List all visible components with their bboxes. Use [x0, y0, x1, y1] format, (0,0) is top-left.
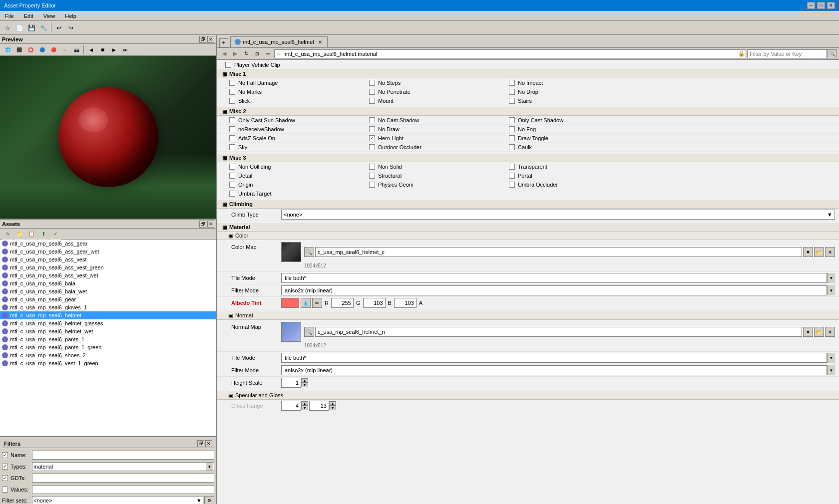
no-penetrate-cb[interactable]	[369, 89, 375, 95]
preview-stop[interactable]: ⏹	[97, 44, 108, 55]
filter-name-input[interactable]	[32, 451, 214, 460]
no-receive-shadow-cb[interactable]	[229, 126, 235, 132]
no-drop-cb[interactable]	[509, 89, 515, 95]
preview-end[interactable]: ⏭	[120, 44, 131, 55]
no-impact-cb[interactable]	[509, 80, 515, 86]
albedo-r-input[interactable]	[331, 298, 354, 308]
list-item[interactable]: mtl_c_usa_mp_seal6_gloves_1	[0, 303, 216, 311]
material-section-header[interactable]: ▣ Material	[217, 223, 839, 232]
filter-values-checkbox[interactable]	[2, 487, 8, 493]
gloss-min-down-btn[interactable]: ▼	[301, 406, 308, 410]
assets-close-btn[interactable]: ✕	[207, 221, 214, 228]
list-item[interactable]: mtl_c_usa_mp_seal6_ass_gear_wet	[0, 248, 216, 255]
draw-toggle-cb[interactable]	[509, 135, 515, 141]
preview-tool-7[interactable]: 📷	[71, 44, 82, 55]
filter-by-value-key-input[interactable]	[747, 49, 827, 58]
preview-tool-3[interactable]: ⭕	[25, 44, 36, 55]
origin-cb[interactable]	[229, 182, 235, 188]
transparent-cb[interactable]	[509, 164, 515, 170]
no-marks-cb[interactable]	[229, 89, 235, 95]
player-vehicle-clip-checkbox[interactable]	[225, 62, 231, 68]
color-subsection[interactable]: ▣ Color	[217, 232, 839, 240]
toolbar-btn-1[interactable]: ☆	[2, 22, 13, 33]
filter-name-checkbox[interactable]	[2, 452, 8, 458]
list-item[interactable]: mtl_c_usa_mp_seal6_vest_1_green	[0, 359, 216, 367]
albedo-edit-btn[interactable]: ✏	[312, 298, 322, 308]
tile-mode-arrow[interactable]: ▼	[827, 273, 835, 283]
filter-search-btn[interactable]: 🔍	[827, 49, 837, 58]
list-item[interactable]: mtl_c_usa_mp_seal6_ass_vest_green	[0, 263, 216, 271]
menu-view[interactable]: View	[40, 12, 58, 20]
no-fog-cb[interactable]	[509, 126, 515, 132]
normal-map-arrow-btn[interactable]: ▼	[803, 327, 813, 337]
umbra-occluder-cb[interactable]	[509, 182, 515, 188]
preview-tool-6[interactable]: →	[59, 44, 70, 55]
add-tab-button[interactable]: +	[219, 38, 228, 47]
filters-float-btn[interactable]: 🗗	[197, 440, 204, 447]
toolbar-btn-3[interactable]: 💾	[26, 22, 37, 33]
assets-tool-5[interactable]: ✓	[50, 229, 61, 240]
list-item[interactable]: mtl_c_usa_mp_seal6_helmet_glasses	[0, 319, 216, 327]
sky-cb[interactable]	[229, 144, 235, 150]
minimize-button[interactable]: ─	[807, 2, 815, 9]
gloss-range-min-input[interactable]	[281, 401, 301, 411]
assets-star[interactable]: ☆	[2, 229, 13, 240]
normal-map-search-btn[interactable]: 🔍	[304, 327, 314, 337]
color-map-open-btn[interactable]: 📂	[814, 247, 824, 257]
preview-tool-1[interactable]: 🌐	[2, 44, 13, 55]
umbra-target-cb[interactable]	[229, 191, 235, 197]
tab-close-btn[interactable]: ✕	[317, 39, 323, 45]
menu-edit[interactable]: Edit	[21, 12, 36, 20]
filter-types-dropdown[interactable]: material ▼	[32, 462, 214, 471]
assets-tool-4[interactable]: ⬆	[38, 229, 49, 240]
filter-gdts-input[interactable]	[32, 474, 214, 483]
misc1-section-header[interactable]: ▣ Misc 1	[217, 70, 839, 78]
filter-types-checkbox[interactable]	[2, 464, 8, 470]
height-scale-down-btn[interactable]: ▼	[301, 383, 308, 387]
normal-map-open-btn[interactable]: 📂	[814, 327, 824, 337]
hero-light-cb[interactable]	[369, 135, 375, 141]
menu-file[interactable]: File	[2, 12, 17, 20]
preview-tool-5[interactable]: 🔴	[48, 44, 59, 55]
climb-type-dropdown[interactable]: <none> ▼	[281, 210, 835, 220]
preview-viewport[interactable]	[0, 56, 216, 219]
nav-refresh-btn[interactable]: ↻	[241, 49, 251, 59]
active-tab[interactable]: mtl_c_usa_mp_seal6_helmet ✕	[230, 36, 328, 47]
menu-help[interactable]: Help	[62, 12, 79, 20]
preview-close-btn[interactable]: ✕	[207, 36, 214, 43]
list-item[interactable]: mtl_c_usa_mp_seal6_bala	[0, 279, 216, 287]
color-map-search-btn[interactable]: 🔍	[304, 247, 314, 257]
list-item[interactable]: mtl_c_usa_mp_seal6_ass_gear	[0, 240, 216, 248]
filter-mode-dropdown[interactable]: aniso2x (mip linear)	[281, 285, 827, 295]
filter-mode-arrow[interactable]: ▼	[827, 285, 835, 295]
assets-float-btn[interactable]: 🗗	[199, 221, 206, 228]
nav-forward-btn[interactable]: ▶	[230, 49, 240, 59]
albedo-color-swatch[interactable]	[281, 298, 299, 308]
nav-back-btn[interactable]: ◀	[219, 49, 229, 59]
albedo-b-input[interactable]	[394, 298, 417, 308]
non-colliding-cb[interactable]	[229, 164, 235, 170]
nav-edit-btn[interactable]: ✏	[263, 49, 273, 59]
no-fall-damage-cb[interactable]	[229, 80, 235, 86]
physics-geom-cb[interactable]	[369, 182, 375, 188]
list-item[interactable]: mtl_c_usa_mp_seal6_helmet	[0, 311, 216, 319]
height-scale-up-btn[interactable]: ▲	[301, 378, 308, 383]
normal-map-input[interactable]	[315, 327, 802, 337]
gloss-range-max-input[interactable]	[309, 401, 329, 411]
non-solid-cb[interactable]	[369, 164, 375, 170]
caulk-cb[interactable]	[509, 144, 515, 150]
maximize-button[interactable]: □	[817, 2, 825, 9]
height-scale-input[interactable]	[281, 378, 301, 388]
preview-float-btn[interactable]: 🗗	[199, 36, 206, 43]
no-steps-cb[interactable]	[369, 80, 375, 86]
toolbar-btn-2[interactable]: 📄	[14, 22, 25, 33]
only-cast-shadow-cb[interactable]	[509, 117, 515, 123]
albedo-g-input[interactable]	[363, 298, 386, 308]
list-item[interactable]: mtl_c_usa_mp_seal6_ass_vest	[0, 255, 216, 263]
slick-cb[interactable]	[229, 98, 235, 104]
detail-cb[interactable]	[229, 173, 235, 179]
nav-home-btn[interactable]: ⊞	[252, 49, 262, 59]
climbing-section-header[interactable]: ▣ Climbing	[217, 200, 839, 209]
no-draw-cb[interactable]	[369, 126, 375, 132]
color-map-arrow-btn[interactable]: ▼	[803, 247, 813, 257]
